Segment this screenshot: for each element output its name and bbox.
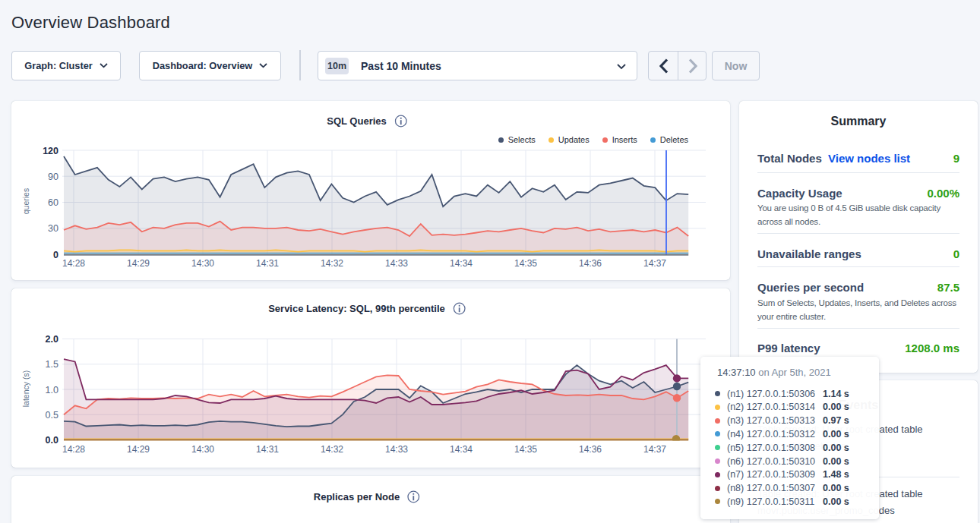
- svg-text:14:28: 14:28: [62, 258, 85, 269]
- svg-text:14:29: 14:29: [127, 444, 150, 455]
- svg-text:14:37: 14:37: [643, 258, 666, 269]
- svg-text:14:34: 14:34: [450, 444, 473, 455]
- svg-text:0.0: 0.0: [46, 435, 58, 446]
- svg-text:14:29: 14:29: [127, 258, 150, 269]
- svg-text:14:34: 14:34: [450, 258, 473, 269]
- svg-text:14:30: 14:30: [191, 258, 214, 269]
- svg-text:latency (s): latency (s): [21, 370, 30, 407]
- svg-text:60: 60: [48, 197, 58, 208]
- svg-text:14:31: 14:31: [256, 258, 279, 269]
- svg-text:14:30: 14:30: [191, 444, 214, 455]
- svg-text:14:32: 14:32: [321, 444, 343, 455]
- svg-text:14:32: 14:32: [321, 258, 343, 269]
- svg-text:14:36: 14:36: [579, 258, 602, 269]
- svg-text:120: 120: [43, 146, 58, 156]
- svg-text:14:35: 14:35: [514, 258, 537, 269]
- svg-text:0.5: 0.5: [46, 410, 58, 421]
- svg-text:0: 0: [53, 250, 58, 260]
- svg-text:14:36: 14:36: [579, 444, 602, 455]
- svg-text:14:33: 14:33: [385, 444, 408, 455]
- svg-text:2.0: 2.0: [46, 334, 58, 345]
- svg-text:90: 90: [48, 172, 58, 182]
- svg-text:14:37: 14:37: [643, 444, 666, 455]
- svg-text:1.0: 1.0: [46, 385, 58, 395]
- svg-text:queries: queries: [21, 188, 30, 214]
- svg-text:14:28: 14:28: [62, 444, 85, 455]
- svg-text:30: 30: [48, 223, 58, 234]
- svg-text:1.5: 1.5: [46, 359, 58, 370]
- svg-text:14:35: 14:35: [514, 444, 537, 455]
- svg-text:14:31: 14:31: [256, 444, 279, 455]
- svg-text:14:33: 14:33: [385, 258, 408, 269]
